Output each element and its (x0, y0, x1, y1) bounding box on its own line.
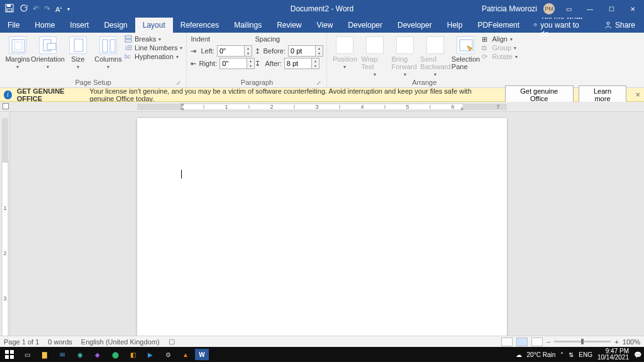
save-icon[interactable] (5, 4, 14, 14)
tab-help[interactable]: Help (440, 18, 470, 33)
status-language[interactable]: English (United Kingdom) (81, 338, 160, 346)
zoom-out-icon[interactable]: − (547, 338, 550, 346)
redo-icon[interactable]: ↷ (44, 4, 50, 13)
rotate-button: ⟳Rotate ▾ (482, 53, 517, 60)
macro-record-icon[interactable]: ▢ (169, 337, 175, 346)
indent-left-input[interactable]: ▴▾ (217, 45, 252, 57)
svg-rect-39 (2, 162, 8, 336)
spacing-after-icon: ↧ (255, 60, 262, 67)
tab-insert[interactable]: Insert (62, 18, 96, 33)
app-icon-4[interactable]: ▶ (142, 348, 158, 361)
app-icon-3[interactable]: ◧ (125, 348, 141, 361)
size-icon (69, 36, 87, 54)
qat-more-icon[interactable]: ▾ (67, 6, 70, 12)
breaks-button[interactable]: Breaks ▾ (125, 35, 182, 43)
weather-text[interactable]: 20°C Rain (527, 351, 556, 358)
tray-chevron-icon[interactable]: ˄ (560, 351, 564, 358)
svg-rect-21 (137, 104, 181, 110)
breaks-icon (125, 35, 132, 43)
read-mode-icon[interactable] (501, 337, 513, 346)
task-view-icon[interactable]: ▭ (19, 348, 35, 361)
mail-icon[interactable]: ✉ (54, 348, 70, 361)
genuine-office-bar: i GET GENUINE OFFICE Your license isn't … (0, 88, 644, 102)
minimize-icon[interactable]: ― (582, 3, 597, 15)
touch-mode-icon[interactable]: A▵ (55, 5, 62, 13)
action-center-icon[interactable]: 💬 (634, 351, 641, 358)
learn-more-button[interactable]: Learn more (579, 85, 627, 104)
align-button[interactable]: ⊞Align ▾ (482, 35, 517, 43)
share-button[interactable]: Share (595, 18, 644, 33)
get-genuine-button[interactable]: Get genuine Office (505, 85, 574, 104)
margins-label: Margins (5, 55, 30, 63)
tab-pdfelement[interactable]: PDFelement (470, 18, 527, 33)
maximize-icon[interactable]: ☐ (604, 3, 619, 15)
indent-right-input[interactable]: ▴▾ (219, 58, 255, 69)
zoom-slider[interactable] (554, 341, 611, 343)
group-page-setup: Margins▾ Orientation▾ Size▾ Columns▾ Bre… (0, 33, 187, 87)
weather-icon[interactable]: ☁ (516, 351, 522, 358)
svg-text:5: 5 (406, 104, 409, 110)
edge-icon[interactable]: ◉ (72, 348, 88, 361)
ribbon-tabs: File Home Insert Design Layout Reference… (0, 18, 644, 33)
columns-button[interactable]: Columns▾ (94, 34, 122, 70)
horizontal-ruler[interactable]: 123 4567 (0, 102, 644, 112)
tab-developer-2[interactable]: Developer (390, 18, 440, 33)
vlc-icon[interactable]: ▲ (177, 348, 194, 361)
svg-text:1: 1 (3, 205, 6, 211)
tray-lang[interactable]: ENG (579, 351, 592, 358)
indent-header: Indent (191, 35, 252, 43)
tab-design[interactable]: Design (96, 18, 135, 33)
network-icon[interactable]: ⇅ (569, 351, 574, 358)
tab-developer[interactable]: Developer (340, 18, 390, 33)
status-page[interactable]: Page 1 of 1 (4, 338, 39, 346)
explorer-icon[interactable]: ▇ (36, 348, 53, 361)
tab-home[interactable]: Home (27, 18, 62, 33)
tab-view[interactable]: View (309, 18, 341, 33)
user-name[interactable]: Patricia Mworozi (482, 4, 537, 13)
size-button[interactable]: Size▾ (64, 34, 92, 70)
print-layout-icon[interactable] (516, 337, 528, 346)
tray-date[interactable]: 10/14/2021 (597, 354, 629, 361)
start-button[interactable] (1, 348, 18, 361)
page[interactable] (137, 118, 507, 336)
word-icon[interactable]: W (195, 349, 209, 360)
group-icon: ⧉ (482, 44, 489, 52)
hyphenation-button[interactable]: bcHyphenation ▾ (125, 53, 182, 60)
app-icon-2[interactable]: ⬤ (107, 348, 123, 361)
page-setup-launcher-icon[interactable]: ⤢ (176, 80, 181, 86)
tell-me-search[interactable]: Tell me what you want to do (527, 18, 595, 33)
status-words[interactable]: 0 words (48, 338, 72, 346)
tab-review[interactable]: Review (269, 18, 309, 33)
svg-text:6: 6 (451, 104, 454, 110)
undo-icon[interactable]: ↶ (33, 4, 39, 13)
msg-text: Your license isn't genuine, and you may … (89, 87, 495, 102)
tab-references[interactable]: References (173, 18, 226, 33)
vertical-ruler[interactable]: 123 (0, 112, 10, 336)
status-bar: Page 1 of 1 0 words English (United King… (0, 336, 644, 347)
svg-rect-11 (103, 40, 108, 52)
close-icon[interactable]: ✕ (625, 3, 640, 15)
app-icon-1[interactable]: ◆ (89, 348, 106, 361)
group-paragraph: Indent ⇥Left: ▴▾ ⇤Right: ▴▾ Spacing ↥Bef… (187, 33, 327, 87)
user-avatar[interactable]: PM (543, 3, 555, 14)
msg-close-icon[interactable]: × (635, 90, 640, 99)
paragraph-launcher-icon[interactable]: ⤢ (316, 80, 321, 86)
tab-file[interactable]: File (0, 18, 27, 33)
margins-button[interactable]: Margins▾ (4, 34, 31, 70)
tab-layout[interactable]: Layout (135, 18, 173, 33)
web-layout-icon[interactable] (531, 337, 543, 346)
line-numbers-button[interactable]: 1Line Numbers ▾ (125, 44, 182, 52)
refresh-icon[interactable] (19, 4, 28, 14)
zoom-in-icon[interactable]: + (614, 338, 618, 346)
svg-point-5 (607, 22, 609, 25)
spacing-after-input[interactable]: ▴▾ (284, 58, 319, 69)
spacing-before-input[interactable]: ▴▾ (288, 45, 323, 57)
svg-rect-38 (2, 118, 8, 162)
selection-pane-button[interactable]: Selection Pane (452, 34, 479, 70)
orientation-button[interactable]: Orientation▾ (34, 34, 62, 70)
tab-mailings[interactable]: Mailings (226, 18, 269, 33)
ribbon-display-icon[interactable]: ▭ (561, 3, 576, 15)
spacing-after-label: After: (265, 60, 281, 67)
app-icon-5[interactable]: ⚙ (160, 348, 176, 361)
zoom-level[interactable]: 100% (623, 338, 640, 346)
